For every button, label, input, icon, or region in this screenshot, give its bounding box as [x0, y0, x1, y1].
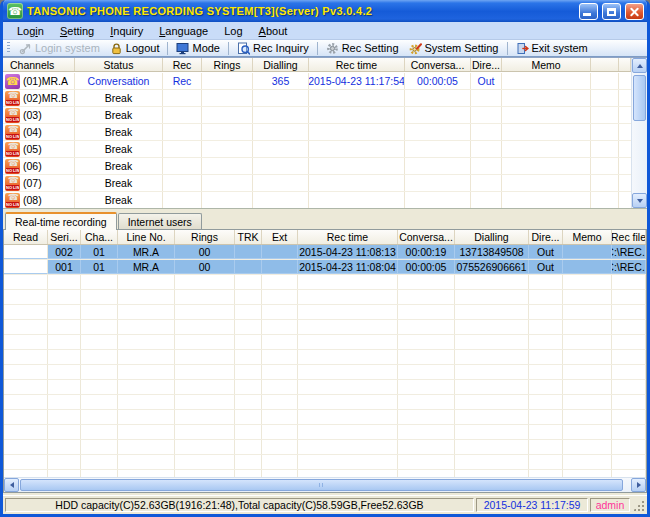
cell-dire-[interactable]: [471, 175, 502, 191]
channel-row[interactable]: ☎NO LINE(07)Break: [3, 175, 631, 192]
cell-trk[interactable]: [235, 260, 262, 274]
column-header-Status[interactable]: Status: [75, 58, 163, 71]
cell-dire-[interactable]: [471, 124, 502, 140]
channel-row[interactable]: ☎NO LINE(08)Break: [3, 192, 631, 208]
cell-conversa-[interactable]: [405, 175, 471, 191]
cell-rec[interactable]: [163, 158, 202, 174]
column-header-read[interactable]: Read: [4, 230, 48, 244]
cell-channels[interactable]: ☎NO LINE(06): [3, 158, 75, 174]
cell-rec-time[interactable]: [309, 107, 405, 123]
column-header-filler[interactable]: [619, 58, 631, 71]
cell-status[interactable]: Break: [75, 107, 163, 123]
cell-rings[interactable]: [202, 192, 253, 208]
channel-row[interactable]: ☎NO LINE(02)MR.BBreak: [3, 90, 631, 107]
column-header-Channels[interactable]: Channels: [3, 58, 75, 71]
horizontal-scroll-track[interactable]: [19, 478, 631, 492]
column-header-seri-[interactable]: Seri...: [48, 230, 81, 244]
cell-conversa-[interactable]: 00:00:19: [398, 245, 455, 259]
scroll-left-button[interactable]: [4, 478, 19, 492]
cell-cha-[interactable]: 01: [81, 260, 118, 274]
cell-dire-[interactable]: Out: [471, 73, 502, 89]
cell-read[interactable]: [4, 245, 48, 259]
cell-rec[interactable]: [163, 107, 202, 123]
cell-rec-time[interactable]: 2015-04-23 11:08:13: [298, 245, 398, 259]
cell-conversa-[interactable]: [405, 158, 471, 174]
cell-status[interactable]: Break: [75, 90, 163, 106]
record-row[interactable]: 00201MR.A002015-04-23 11:08:1300:00:1913…: [4, 245, 646, 260]
column-header-trk[interactable]: TRK: [235, 230, 262, 244]
column-header-rings[interactable]: Rings: [175, 230, 235, 244]
cell-memo[interactable]: [502, 158, 591, 174]
cell-dialling[interactable]: [253, 107, 309, 123]
titlebar[interactable]: ☎ TANSONIC PHONE RECORDING SYSTEM[T3](Se…: [3, 0, 647, 22]
cell-rec[interactable]: Rec: [163, 73, 202, 89]
cell-rec-time[interactable]: [309, 175, 405, 191]
vertical-scroll-thumb[interactable]: [633, 75, 646, 121]
column-header-Rings[interactable]: Rings: [202, 58, 253, 71]
cell-conversa-[interactable]: [405, 141, 471, 157]
cell-ext[interactable]: [262, 260, 298, 274]
cell-dire-[interactable]: Out: [529, 245, 563, 259]
cell-rec-time[interactable]: [309, 158, 405, 174]
cell-rings[interactable]: [202, 175, 253, 191]
cell-rec-time[interactable]: [309, 124, 405, 140]
cell-memo[interactable]: [502, 90, 591, 106]
toolbar-button-logout[interactable]: Logout: [105, 41, 165, 56]
cell-dialling[interactable]: [253, 192, 309, 208]
toolbar-button-rec-inquiry[interactable]: Rec Inquiry: [232, 41, 314, 56]
cell-rings[interactable]: [202, 158, 253, 174]
cell-dire-[interactable]: [471, 141, 502, 157]
cell-rec-file[interactable]: C:\REC...: [612, 245, 646, 259]
toolbar-grip[interactable]: [7, 42, 10, 54]
cell-rec-time[interactable]: 2015-04-23 11:08:04: [298, 260, 398, 274]
cell-memo[interactable]: [502, 175, 591, 191]
cell-conversa-[interactable]: 00:00:05: [405, 73, 471, 89]
column-header-Rec[interactable]: Rec: [163, 58, 202, 71]
cell-channels[interactable]: ☎(01)MR.A: [3, 73, 75, 89]
cell-rec[interactable]: [163, 90, 202, 106]
cell-channels[interactable]: ☎NO LINE(02)MR.B: [3, 90, 75, 106]
cell-memo[interactable]: [502, 107, 591, 123]
cell-conversa-[interactable]: 00:00:05: [398, 260, 455, 274]
menu-item-inquiry[interactable]: Inquiry: [102, 24, 151, 38]
channel-row[interactable]: ☎NO LINE(06)Break: [3, 158, 631, 175]
menu-item-log[interactable]: Log: [216, 24, 250, 38]
column-header-rec-time[interactable]: Rec time: [298, 230, 398, 244]
cell-rings[interactable]: [202, 124, 253, 140]
scroll-up-button[interactable]: [632, 58, 647, 73]
menu-item-about[interactable]: About: [251, 24, 296, 38]
cell-cha-[interactable]: 01: [81, 245, 118, 259]
cell-memo[interactable]: [563, 260, 612, 274]
cell-memo[interactable]: [502, 73, 591, 89]
column-header-dire-[interactable]: Dire...: [529, 230, 563, 244]
cell-seri-[interactable]: 002: [48, 245, 81, 259]
column-header-Rec time[interactable]: Rec time: [309, 58, 405, 71]
cell-dialling[interactable]: [253, 141, 309, 157]
cell-ext[interactable]: [262, 245, 298, 259]
column-header-cha-[interactable]: Cha...: [81, 230, 118, 244]
cell-memo[interactable]: [563, 245, 612, 259]
cell-channels[interactable]: ☎NO LINE(07): [3, 175, 75, 191]
cell-rec[interactable]: [163, 124, 202, 140]
column-header-line-no-[interactable]: Line No.: [118, 230, 175, 244]
cell-dialling[interactable]: 13713849508: [455, 245, 529, 259]
column-header-filler[interactable]: [591, 58, 619, 71]
cell-memo[interactable]: [502, 124, 591, 140]
cell-rec[interactable]: [163, 192, 202, 208]
column-header-Memo[interactable]: Memo: [502, 58, 591, 71]
record-row[interactable]: 00101MR.A002015-04-23 11:08:0400:00:0507…: [4, 260, 646, 275]
column-header-memo[interactable]: Memo: [563, 230, 612, 244]
cell-rec-file[interactable]: C:\REC...: [612, 260, 646, 274]
cell-seri-[interactable]: 001: [48, 260, 81, 274]
cell-rec-time[interactable]: 2015-04-23 11:17:54: [309, 73, 405, 89]
menu-item-language[interactable]: Language: [151, 24, 216, 38]
tab-real-time-recording[interactable]: Real-time recording: [5, 212, 117, 230]
column-header-conversa-[interactable]: Conversa...: [398, 230, 455, 244]
resize-grip[interactable]: [632, 498, 645, 512]
cell-dialling[interactable]: [253, 158, 309, 174]
cell-channels[interactable]: ☎NO LINE(08): [3, 192, 75, 208]
column-header-Conversa...[interactable]: Conversa...: [405, 58, 471, 71]
toolbar-button-mode[interactable]: Mode: [171, 41, 225, 56]
horizontal-scroll-thumb[interactable]: [20, 479, 623, 491]
cell-rings[interactable]: 00: [175, 260, 235, 274]
